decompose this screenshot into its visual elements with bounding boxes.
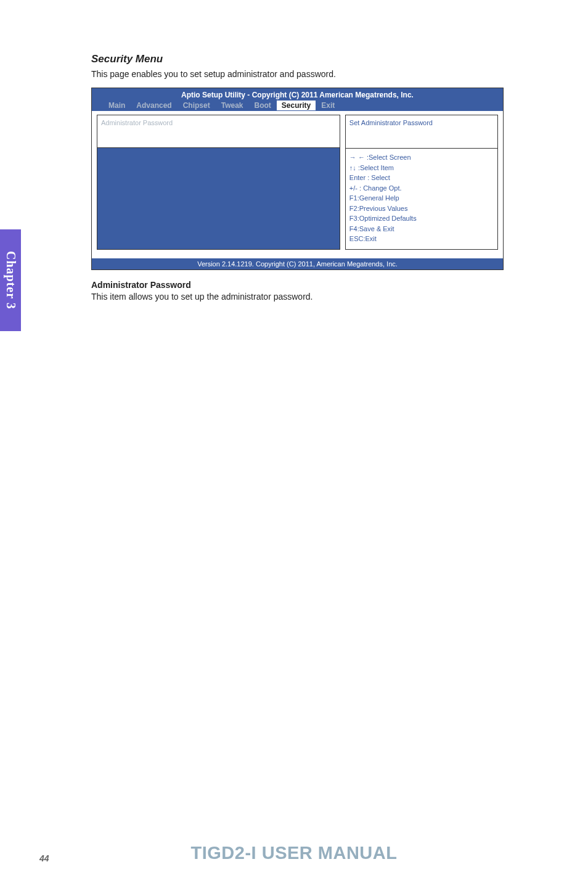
bios-header: Aptio Setup Utility - Copyright (C) 2011… xyxy=(92,88,503,111)
bios-footer: Version 2.14.1219. Copyright (C) 2011, A… xyxy=(92,258,503,269)
bios-help-keys: → ← :Select Screen ↑↓ :Select Item Enter… xyxy=(345,148,498,250)
bios-help-top: Set Administrator Password xyxy=(345,115,498,148)
tab-security[interactable]: Security xyxy=(277,101,316,110)
help-line: ↑↓ :Select Item xyxy=(349,163,494,173)
tab-tweak[interactable]: Tweak xyxy=(216,101,249,110)
help-line: +/- : Change Opt. xyxy=(349,183,494,194)
chapter-tab-label: Chapter 3 xyxy=(4,251,18,310)
help-line: F4:Save & Exit xyxy=(349,224,494,234)
help-line: F3:Optimized Defaults xyxy=(349,213,494,224)
tab-boot[interactable]: Boot xyxy=(249,101,277,110)
page-number: 44 xyxy=(39,853,49,863)
bios-left-item[interactable]: Administrator Password xyxy=(97,115,340,147)
bios-screenshot: Aptio Setup Utility - Copyright (C) 2011… xyxy=(91,88,504,270)
page-footer: 44 TIGD2-I USER MANUAL xyxy=(0,843,588,863)
manual-title: TIGD2-I USER MANUAL xyxy=(191,843,398,863)
sub-heading: Administrator Password xyxy=(91,280,520,290)
help-line: Enter : Select xyxy=(349,173,494,183)
page-content: Security Menu This page enables you to s… xyxy=(0,0,588,302)
bios-header-title: Aptio Setup Utility - Copyright (C) 2011… xyxy=(92,91,503,101)
tab-exit[interactable]: Exit xyxy=(316,101,340,110)
tab-main[interactable]: Main xyxy=(103,101,131,110)
section-title: Security Menu xyxy=(91,53,520,65)
bios-left-fill xyxy=(97,147,340,250)
bios-body: Administrator Password Set Administrator… xyxy=(92,111,503,253)
section-desc: This page enables you to set setup admin… xyxy=(91,69,520,79)
bios-tabs: Main Advanced Chipset Tweak Boot Securit… xyxy=(92,101,503,111)
bios-right-column: Set Administrator Password → ← :Select S… xyxy=(343,111,503,253)
help-line: F1:General Help xyxy=(349,193,494,203)
sub-desc: This item allows you to set up the admin… xyxy=(91,292,520,302)
tab-advanced[interactable]: Advanced xyxy=(131,101,177,110)
help-line: → ← :Select Screen xyxy=(349,152,494,163)
tab-chipset[interactable]: Chipset xyxy=(178,101,216,110)
chapter-tab: Chapter 3 xyxy=(0,229,21,331)
help-line: ESC:Exit xyxy=(349,234,494,244)
bios-footer-gap xyxy=(92,253,503,258)
help-line: F2:Previous Values xyxy=(349,203,494,214)
bios-left-column: Administrator Password xyxy=(92,111,343,253)
